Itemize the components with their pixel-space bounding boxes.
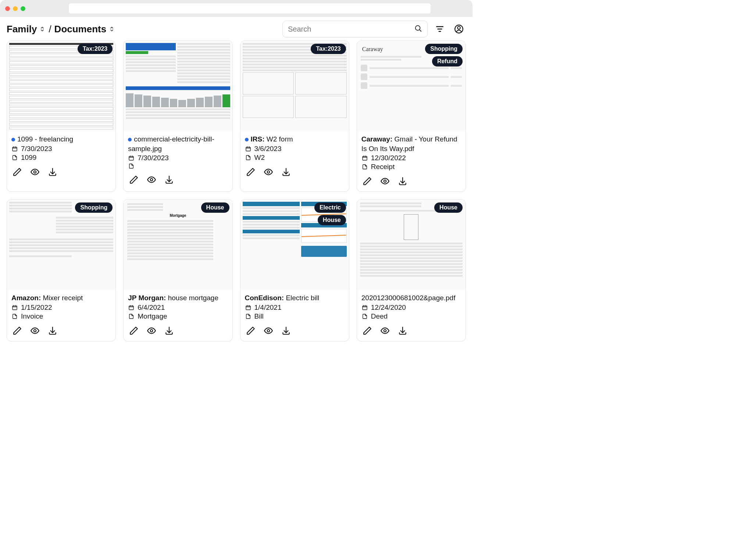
unread-dot-icon	[245, 138, 249, 141]
edit-button[interactable]	[246, 167, 256, 177]
svg-rect-7	[13, 147, 17, 151]
chevron-up-down-icon	[39, 26, 46, 32]
download-button[interactable]	[164, 326, 174, 336]
document-title-text: commercial-electricity-bill-sample.jpg	[128, 135, 214, 152]
document-title-text: 1099 - freelancing	[17, 135, 73, 143]
document-thumbnail[interactable]: ElectricHouse	[240, 200, 349, 290]
svg-point-16	[150, 179, 153, 181]
maximize-window[interactable]	[21, 6, 25, 11]
svg-rect-12	[129, 157, 133, 161]
document-thumbnail[interactable]: Caraway ShoppingRefund	[357, 41, 466, 132]
document-type: 1099	[21, 154, 36, 162]
search-input[interactable]	[288, 25, 410, 33]
document-date-row: 7/30/2023	[128, 154, 228, 162]
document-meta: Caraway: Gmail - Your Refund Is On Its W…	[357, 132, 466, 172]
document-date: 7/30/2023	[21, 145, 52, 153]
document-card[interactable]: ShoppingAmazon: Mixer receipt1/15/2022In…	[7, 199, 116, 341]
document-type: Receipt	[371, 163, 395, 171]
view-button[interactable]	[263, 326, 274, 336]
edit-button[interactable]	[12, 326, 22, 336]
document-type: Bill	[254, 312, 264, 320]
document-card[interactable]: commercial-electricity-bill-sample.jpg7/…	[123, 40, 232, 192]
document-title-prefix: Caraway:	[361, 135, 393, 143]
view-button[interactable]	[263, 167, 274, 177]
edit-button[interactable]	[12, 167, 22, 177]
document-title-prefix: IRS:	[251, 135, 265, 143]
download-button[interactable]	[397, 176, 408, 186]
calendar-icon	[128, 155, 135, 161]
breadcrumb-workspace[interactable]: Family	[7, 24, 46, 35]
calendar-icon	[361, 155, 368, 161]
download-button[interactable]	[47, 167, 58, 177]
document-title-prefix: Amazon:	[11, 294, 41, 302]
view-button[interactable]	[30, 167, 40, 177]
document-date-row: 7/30/2023	[11, 145, 111, 153]
minimize-window[interactable]	[13, 6, 18, 11]
breadcrumb-workspace-label: Family	[7, 24, 37, 35]
download-button[interactable]	[164, 175, 174, 185]
filter-button[interactable]	[433, 22, 447, 36]
document-card[interactable]: Caraway ShoppingRefundCaraway: Gmail - Y…	[357, 40, 466, 192]
document-date: 1/15/2022	[21, 304, 52, 312]
document-actions	[357, 172, 466, 191]
document-title-text: Mixer receipt	[43, 294, 83, 302]
document-date: 7/30/2023	[138, 154, 169, 162]
document-type: Invoice	[21, 312, 43, 320]
document-card[interactable]: House2020123000681002&page.pdf12/24/2020…	[357, 199, 466, 341]
account-button[interactable]	[452, 22, 466, 36]
edit-button[interactable]	[246, 326, 256, 336]
edit-button[interactable]	[362, 176, 372, 186]
document-title-text: house mortgage	[168, 294, 218, 302]
file-icon	[245, 154, 252, 161]
document-thumbnail[interactable]: House	[357, 200, 466, 290]
edit-button[interactable]	[362, 326, 372, 336]
file-icon	[11, 154, 18, 161]
file-icon	[128, 313, 135, 320]
browser-chrome	[0, 0, 473, 17]
download-button[interactable]	[397, 326, 408, 336]
file-icon	[361, 313, 368, 320]
svg-point-11	[34, 170, 36, 173]
url-bar[interactable]	[69, 3, 431, 14]
tag-list: Tax:2023	[311, 44, 346, 54]
breadcrumb-section[interactable]: Documents	[54, 24, 115, 35]
view-button[interactable]	[380, 176, 390, 186]
download-button[interactable]	[281, 326, 291, 336]
document-card[interactable]: Tax:2023IRS: W2 form3/6/2023W2	[240, 40, 349, 192]
svg-point-6	[457, 26, 460, 29]
close-window[interactable]	[5, 6, 10, 11]
document-thumbnail[interactable]: MortgageHouse	[124, 200, 232, 290]
document-card[interactable]: Tax:20231099 - freelancing7/30/20231099	[7, 40, 116, 192]
view-button[interactable]	[146, 326, 157, 336]
view-button[interactable]	[146, 175, 157, 185]
document-actions	[240, 322, 349, 341]
document-card[interactable]: ElectricHouseConEdison: Electric bill1/4…	[240, 199, 349, 341]
edit-button[interactable]	[129, 326, 139, 336]
svg-rect-27	[13, 306, 17, 310]
download-button[interactable]	[47, 326, 58, 336]
svg-line-1	[420, 30, 421, 31]
document-thumbnail[interactable]	[124, 41, 232, 132]
document-thumbnail[interactable]: Shopping	[7, 200, 115, 290]
document-title: JP Morgan: house mortgage	[128, 293, 228, 303]
document-meta: ConEdison: Electric bill1/4/2021Bill	[240, 290, 349, 322]
svg-rect-42	[363, 306, 367, 310]
tag-badge: Refund	[432, 56, 463, 67]
document-title-text: Electric bill	[286, 294, 319, 302]
view-button[interactable]	[380, 326, 390, 336]
document-date-row: 12/24/2020	[361, 304, 461, 312]
app-window: Family / Documents	[0, 0, 473, 351]
document-card[interactable]: MortgageHouseJP Morgan: house mortgage6/…	[123, 199, 232, 341]
document-title-prefix: JP Morgan:	[128, 294, 166, 302]
tag-badge: Electric	[314, 202, 346, 213]
download-button[interactable]	[281, 167, 291, 177]
svg-rect-37	[246, 306, 250, 310]
document-title-text: W2 form	[267, 135, 293, 143]
search-input-wrap[interactable]	[282, 21, 428, 37]
edit-button[interactable]	[129, 175, 139, 185]
view-button[interactable]	[30, 326, 40, 336]
tag-list: ShoppingRefund	[425, 44, 463, 67]
search-icon	[414, 24, 422, 34]
document-thumbnail[interactable]: Tax:2023	[240, 41, 349, 132]
document-thumbnail[interactable]: Tax:2023	[7, 41, 115, 132]
